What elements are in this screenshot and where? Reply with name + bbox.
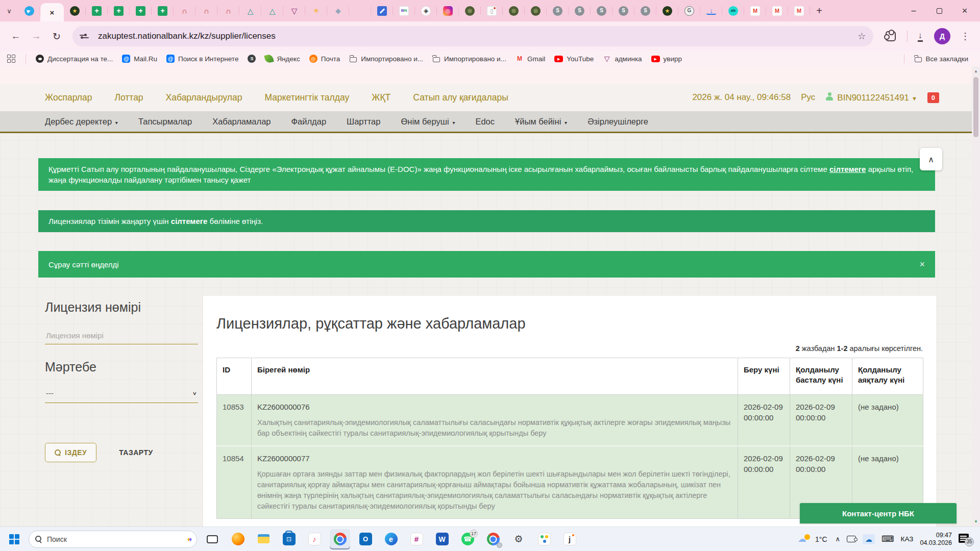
scrollbar-thumb[interactable] [973,77,978,137]
main-nav-item-5[interactable]: Сатып алу қағидалары [413,92,508,103]
table-row[interactable]: 10853KZ2600000076Халықтың санитариялық-э… [217,395,923,446]
scrollbar-down-icon[interactable]: ▼ [974,517,978,527]
bookmark-item[interactable]: ▶YouTube [550,54,598,64]
start-button[interactable] [9,534,19,544]
notification-center[interactable]: 35 [959,534,972,545]
tab-tri-teal[interactable]: △ [261,2,283,19]
taskbar-app-edge[interactable]: e [381,529,401,549]
tab-telegram[interactable]: ▶ [18,2,40,19]
reload-button[interactable]: ↻ [48,28,65,45]
clear-button[interactable]: ТАЗАРТУ [119,448,153,457]
cast-icon[interactable] [847,536,856,542]
tab-emblem-olive[interactable]: ◎ [525,2,547,19]
tab-swirl-gray[interactable]: G [678,2,700,19]
tab-search-chevron-icon[interactable]: ∨ [0,7,18,15]
tab-globe-gray[interactable]: S [591,2,612,19]
taskbar-app-store[interactable]: ⊡ [279,529,299,549]
tab-sun[interactable]: ☀ [305,2,327,19]
tab-emblem-gold[interactable]: ★ [64,2,86,19]
tab-bn[interactable]: BN [393,2,415,19]
minimize-button[interactable]: – [910,7,918,15]
license-number-input[interactable] [45,328,198,344]
sub-nav-item-2[interactable]: Хабарламалар [212,117,271,127]
bookmark-item[interactable]: ▽админка [598,53,646,64]
taskbar-app-taskview[interactable] [202,529,223,549]
taskbar-app-explorer[interactable] [253,529,274,549]
downloads-icon[interactable]: ↓ [918,31,923,42]
url-text[interactable]: zakuptest.nationalbank.kz/kz/supplier/li… [98,31,276,41]
address-bar[interactable]: zakuptest.nationalbank.kz/kz/supplier/li… [72,26,873,46]
site-settings-icon[interactable] [80,31,93,41]
sub-nav-item-0[interactable]: Дербес деректер ▾ [45,117,118,127]
bookmark-item[interactable]: Импортировано и... [345,53,428,64]
sub-nav-item-1[interactable]: Тапсырмалар [138,117,192,127]
tab-emblem-olive[interactable]: ◎ [503,2,525,19]
main-nav-item-1[interactable]: Лоттар [114,92,143,103]
tab-arch-red[interactable]: ∩ [174,2,195,19]
tab-emblem-gold[interactable]: ★ [656,2,678,19]
search-button[interactable]: ІЗДЕУ [45,443,96,462]
profile-avatar[interactable]: Д [934,28,950,44]
notification-badge[interactable]: 0 [927,92,939,103]
tab-globe-gray[interactable]: S [634,2,656,19]
tab-gmail[interactable]: M [744,2,766,19]
language-indicator[interactable]: КАЗ [901,535,914,543]
taskbar-app-chrome[interactable] [330,529,350,549]
browser-menu-icon[interactable]: ⋮ [958,31,973,42]
bookmark-item[interactable]: ◎Почта [305,53,345,64]
sub-nav-item-4[interactable]: Шарттар [347,117,380,127]
banner-close-icon[interactable]: × [919,259,925,270]
scrollbar-up-icon[interactable]: ▲ [974,66,978,76]
tab-gpt[interactable]: ◈ [415,2,437,19]
taskbar-app-music[interactable]: ♪ [304,529,325,549]
close-button[interactable]: × [961,7,969,15]
extensions-icon[interactable] [886,31,896,41]
taskbar-app-settings[interactable]: ⚙ [508,529,529,549]
language-switch[interactable]: Рус [801,92,815,103]
forward-button[interactable]: → [28,28,45,45]
bookmark-item[interactable]: @Поиск в Интернете [162,53,243,64]
taskbar-app-japp[interactable]: j [559,529,580,549]
page-scrollbar[interactable]: ▲ ▼ [972,66,980,527]
tab-emblem-olive[interactable]: ◎ [459,2,481,19]
scroll-to-top-button[interactable]: ∧ [920,148,942,170]
tab-olx[interactable]: olx [722,2,744,19]
all-bookmarks-button[interactable]: Все закладки [910,53,973,64]
tab-gmail[interactable]: M [766,2,788,19]
keyboard-icon[interactable]: ⌨ [881,534,894,544]
tab-gmail[interactable]: M [788,2,810,19]
taskbar-app-paint[interactable] [534,529,554,549]
taskbar-app-slack[interactable]: # [406,529,427,549]
onedrive-icon[interactable]: ☁ [863,534,875,544]
bookmark-item[interactable]: ▶увирр [647,54,687,64]
main-nav-item-0[interactable]: Жоспарлар [45,92,92,103]
bookmark-item[interactable]: Яндекс [260,53,304,64]
tab-ms-squares[interactable] [349,2,371,19]
tab-arch-red[interactable]: ∩ [217,2,239,19]
contact-center-button[interactable]: Контакт-центр НБК [800,503,957,523]
taskbar-search[interactable]: Поиск ♦♦ [29,531,197,548]
edoc-banner-link[interactable]: сілтемеге [829,165,866,173]
tab-globe-gray[interactable]: S [547,2,569,19]
tab-active[interactable]: × [40,3,64,21]
user-bin-menu[interactable]: BIN901122451491▼ [825,92,917,103]
weather-widget[interactable]: ☁ 1°C [798,534,827,544]
bookmark-star-icon[interactable]: ☆ [857,31,866,42]
sub-nav-item-3[interactable]: Файлдар [291,117,327,127]
clock[interactable]: 09:47 04.03.2026 [920,532,952,547]
tab-globe-gray[interactable]: S [569,2,591,19]
taskbar-app-chrome2[interactable] [483,529,503,549]
sub-nav-item-7[interactable]: Ұйым бейіні ▾ [515,117,567,127]
taskbar-app-word[interactable]: W [432,529,452,549]
tab-pencil-blue[interactable] [371,2,393,19]
tab-tri-teal[interactable]: △ [239,2,261,19]
new-tab-button[interactable]: + [810,5,828,17]
sub-nav-item-5[interactable]: Өнім беруші ▾ [401,117,455,127]
tab-sheet-green[interactable]: + [86,2,108,19]
status-select[interactable]: --- ∨ [45,386,198,403]
tab-instagram[interactable]: ◎ [437,2,459,19]
tray-chevron-icon[interactable]: ∧ [836,535,841,543]
main-nav-item-4[interactable]: ЖҚТ [372,92,390,103]
bookmark-item[interactable]: Импортировано и... [428,53,511,64]
taskbar-app-whatsapp[interactable]: ☎17 [457,529,478,549]
